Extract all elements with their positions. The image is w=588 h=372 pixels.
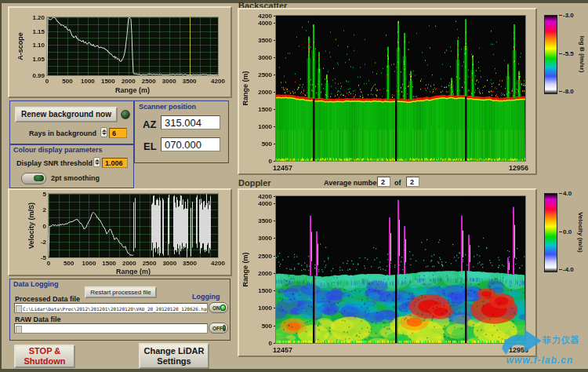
colour-display-group: Colour display parameters Display SNR th… bbox=[9, 144, 134, 188]
raw-data-file-label: RAW Data file bbox=[15, 315, 61, 323]
snr-spinner[interactable] bbox=[93, 157, 100, 167]
tick-icon bbox=[559, 232, 562, 232]
doppler-colorbar: 4.0 0.0 -4.0 Velocity (m/s) bbox=[544, 193, 588, 272]
average-of-label: of bbox=[394, 179, 401, 187]
settings-line1: Change LiDAR bbox=[144, 346, 205, 356]
logging-on-led-icon bbox=[220, 305, 226, 311]
stop-line2: Shutdown bbox=[24, 356, 65, 366]
a-scope-plot bbox=[9, 8, 230, 97]
backscatter-colorbar-gradient bbox=[544, 15, 557, 94]
settings-line2: Settings bbox=[157, 356, 191, 366]
scanner-position-title: Scanner position bbox=[139, 103, 196, 111]
watermark-text-cn: 菲力仪器 bbox=[543, 334, 580, 346]
tick-icon bbox=[559, 91, 562, 92]
smoothing-label: 2pt smoothing bbox=[51, 174, 100, 182]
rays-value-field[interactable]: 6 bbox=[109, 128, 127, 138]
restart-processed-file-button[interactable]: Restart processed file bbox=[85, 286, 157, 298]
data-logging-title: Data Logging bbox=[13, 280, 59, 288]
spinner-up-icon[interactable] bbox=[95, 159, 100, 162]
data-logging-group: Data Logging Restart processed file Proc… bbox=[9, 279, 230, 341]
raw-path-field[interactable] bbox=[14, 323, 208, 334]
processed-path-text: C:\Lidar\Data\Proc\2012\201201\20120120\… bbox=[23, 306, 208, 312]
spinner-down-icon[interactable] bbox=[102, 133, 107, 135]
string-style-icon bbox=[16, 305, 22, 313]
average-total-field: 2 bbox=[406, 177, 419, 187]
watermark-arrow-icon bbox=[499, 328, 544, 358]
doppler-title: Doppler bbox=[238, 178, 271, 188]
scanner-position-group: Scanner position AZ 315.004 EL 070.000 bbox=[134, 100, 229, 163]
az-label: AZ bbox=[143, 119, 156, 130]
window-edge-top bbox=[0, 0, 588, 3]
toggle-knob-icon bbox=[34, 175, 44, 181]
colorbar-tick: 0.0 bbox=[563, 228, 572, 235]
az-value-field: 315.004 bbox=[161, 115, 220, 129]
stop-line1: STOP & bbox=[29, 346, 61, 356]
colorbar-tick: -5.5 bbox=[563, 50, 574, 57]
tick-icon bbox=[559, 193, 562, 194]
colorbar-tick: -8.0 bbox=[563, 88, 574, 95]
renew-status-led-icon bbox=[121, 110, 130, 119]
processed-logging-toggle[interactable]: ON bbox=[209, 302, 228, 313]
renew-background-button[interactable]: Renew background now bbox=[15, 107, 118, 122]
doppler-colorbar-gradient bbox=[544, 193, 557, 272]
logging-label: Logging bbox=[192, 293, 220, 301]
velocity-plot bbox=[9, 190, 230, 275]
backscatter-plot bbox=[239, 9, 535, 173]
doppler-colorbar-label: Velocity (m/s) bbox=[577, 212, 584, 253]
rays-spinner[interactable] bbox=[100, 127, 107, 137]
average-number-field[interactable]: 2 bbox=[377, 177, 390, 187]
off-label: OFF bbox=[212, 326, 223, 331]
tick-icon bbox=[559, 53, 562, 54]
colour-params-title: Colour display parameters bbox=[13, 146, 103, 154]
backscatter-graph-panel bbox=[238, 8, 537, 175]
watermark: 菲力仪器 www.f-lab.cn bbox=[497, 326, 588, 372]
stop-shutdown-button[interactable]: STOP & Shutdown bbox=[14, 345, 75, 368]
snr-threshold-label: Display SNR threshold bbox=[16, 159, 93, 167]
colorbar-tick: 4.0 bbox=[563, 190, 572, 197]
tick-icon bbox=[559, 269, 562, 270]
doppler-graph-panel bbox=[238, 188, 537, 357]
processed-data-file-label: Processed Data file bbox=[15, 295, 80, 303]
el-value-field: 070.000 bbox=[161, 137, 220, 151]
spinner-up-icon[interactable] bbox=[102, 129, 107, 132]
colorbar-tick: -4.0 bbox=[563, 266, 574, 273]
backscatter-colorbar: -3.0 -5.5 -8.0 log B (/m/sr) bbox=[544, 15, 588, 94]
spinner-down-icon[interactable] bbox=[95, 162, 100, 165]
rays-in-background-label: Rays in background bbox=[29, 129, 96, 137]
smoothing-toggle[interactable] bbox=[21, 173, 46, 184]
watermark-text-url: www.f-lab.cn bbox=[506, 355, 574, 366]
a-scope-graph-panel bbox=[8, 6, 232, 98]
logging-off-led-icon bbox=[223, 325, 226, 331]
string-style-icon bbox=[16, 326, 22, 334]
lidar-app-window: Renew background now Rays in background … bbox=[0, 0, 588, 372]
tick-icon bbox=[559, 15, 562, 16]
velocity-graph-panel bbox=[8, 188, 232, 276]
el-label: EL bbox=[143, 140, 157, 152]
on-label: ON bbox=[212, 305, 220, 311]
backscatter-colorbar-label: log B (/m/sr) bbox=[579, 36, 586, 73]
processed-path-field[interactable]: C:\Lidar\Data\Proc\2012\201201\20120120\… bbox=[14, 303, 208, 313]
window-edge-left bbox=[0, 0, 2, 372]
change-lidar-settings-button[interactable]: Change LiDAR Settings bbox=[139, 343, 209, 369]
raw-logging-toggle[interactable]: OFF bbox=[209, 323, 228, 334]
background-controls-group: Renew background now Rays in background … bbox=[9, 100, 134, 145]
colorbar-tick: -3.0 bbox=[563, 12, 574, 19]
doppler-plot bbox=[239, 190, 535, 356]
snr-value-field[interactable]: 1.006 bbox=[102, 158, 128, 168]
average-number-label: Average number bbox=[324, 179, 379, 187]
